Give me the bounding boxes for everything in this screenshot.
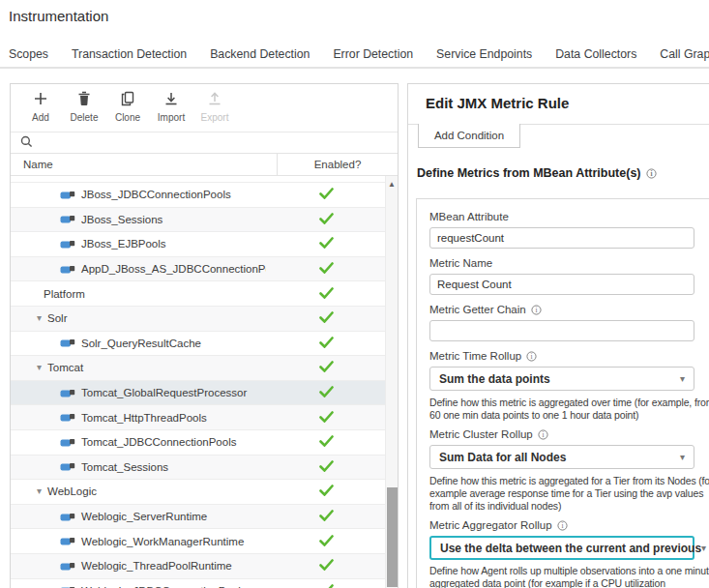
- enabled-check-icon: [319, 483, 334, 500]
- enabled-check-icon: [319, 458, 334, 476]
- metric-time-rollup-select[interactable]: Sum the data points ▾: [429, 367, 694, 391]
- jmx-rule-icon: [60, 388, 75, 398]
- jmx-rule-icon: [60, 264, 75, 275]
- metric-cluster-rollup-select[interactable]: Sum Data for all Nodes ▾: [429, 445, 694, 469]
- jmx-rule-icon: [60, 536, 75, 546]
- metric-getter-chain-input[interactable]: [429, 320, 694, 341]
- rule-name-label: Weblogic_ServerRuntime: [81, 511, 207, 522]
- rules-search-bar: [11, 132, 398, 154]
- list-item[interactable]: Tomcat_GlobalRequestProcessor: [11, 381, 386, 406]
- info-icon[interactable]: i: [538, 429, 548, 440]
- list-item[interactable]: Weblogic_JDBCConnectionPools: [11, 579, 386, 588]
- list-item[interactable]: Tomcat_Sessions: [11, 456, 386, 481]
- enabled-column-header[interactable]: Enabled?: [278, 159, 398, 170]
- trash-icon: [76, 91, 92, 110]
- metric-cluster-rollup-label: Metric Cluster Rollup i: [429, 428, 709, 440]
- tree-expand-caret-icon[interactable]: ▾: [37, 486, 42, 496]
- rules-list: JBoss_JDBCConnectionPools JBoss_Sessions: [11, 176, 386, 588]
- enabled-check-icon: [319, 285, 334, 303]
- rules-panel: Add Delete Clone Import: [10, 83, 399, 588]
- rule-name-label: Tomcat_HttpThreadPools: [81, 412, 207, 424]
- list-item[interactable]: Solr_QueryResultCache: [11, 332, 386, 357]
- metric-name-input[interactable]: [429, 274, 694, 295]
- export-button[interactable]: Export: [197, 91, 232, 123]
- clone-icon: [120, 91, 135, 110]
- list-item[interactable]: ▾ WebLogic: [11, 480, 386, 505]
- rule-name-label: JBoss_EJBPools: [81, 238, 166, 250]
- instrumentation-page: Instrumentation Scopes Transaction Detec…: [0, 0, 709, 588]
- list-item[interactable]: Weblogic_ThreadPoolRuntime: [11, 554, 386, 579]
- rule-name-label: JBoss_Sessions: [81, 214, 162, 225]
- svg-text:i: i: [561, 520, 563, 529]
- jmx-rule-icon: [60, 561, 75, 572]
- delete-button[interactable]: Delete: [67, 91, 102, 123]
- info-icon[interactable]: i: [646, 168, 657, 179]
- tree-expand-caret-icon[interactable]: ▾: [37, 363, 42, 372]
- list-item[interactable]: Tomcat_HttpThreadPools: [11, 405, 386, 430]
- mbean-attribute-input[interactable]: [429, 227, 694, 249]
- add-button[interactable]: Add: [23, 91, 58, 123]
- page-title: Instrumentation: [9, 8, 108, 24]
- metric-aggregator-rollup-label: Metric Aggregator Rollup i: [429, 519, 709, 531]
- info-icon[interactable]: i: [531, 305, 542, 315]
- jmx-rule-icon: [60, 190, 75, 200]
- info-icon[interactable]: i: [526, 351, 537, 362]
- scroll-up-arrow[interactable]: ▲: [386, 176, 398, 189]
- jmx-rule-icon: [60, 437, 75, 448]
- metric-time-rollup-value: Sum the data points: [439, 372, 550, 386]
- rule-name-label: Tomcat_Sessions: [81, 461, 168, 473]
- list-item[interactable]: AppD_JBoss_AS_JDBCConnectionPools: [11, 257, 386, 282]
- jmx-rule-icon: [60, 461, 75, 472]
- enabled-check-icon: [319, 508, 334, 525]
- tab-backend-detection[interactable]: Backend Detection: [210, 47, 310, 61]
- add-condition-button[interactable]: Add Condition: [418, 124, 520, 148]
- metric-time-rollup-description: Define how this metric is aggregated ove…: [429, 397, 709, 422]
- enabled-check-icon: [319, 582, 334, 588]
- tab-error-detection[interactable]: Error Detection: [333, 47, 413, 61]
- list-item[interactable]: Weblogic_WorkManagerRuntime: [11, 529, 386, 554]
- metric-aggregator-rollup-value: Use the delta between the current and pr…: [440, 542, 701, 555]
- jmx-rule-icon: [60, 338, 75, 348]
- metric-time-rollup-label: Metric Time Rollup i: [429, 350, 709, 362]
- list-item[interactable]: JBoss_EJBPools: [11, 232, 386, 257]
- metric-name-label: Metric Name: [429, 257, 709, 269]
- svg-text:i: i: [535, 305, 537, 313]
- rule-name-label: Platform: [44, 288, 85, 300]
- list-item[interactable]: ▾ Tomcat: [11, 356, 386, 381]
- tab-call-graph-settings[interactable]: Call Graph Settings: [660, 47, 709, 61]
- tab-transaction-detection[interactable]: Transaction Detection: [72, 47, 187, 61]
- tab-data-collectors[interactable]: Data Collectors: [555, 47, 636, 61]
- tab-service-endpoints[interactable]: Service Endpoints: [436, 47, 532, 61]
- import-button[interactable]: Import: [154, 91, 189, 123]
- name-column-header[interactable]: Name: [11, 154, 278, 175]
- edit-rule-title: Edit JMX Metric Rule: [426, 95, 569, 111]
- list-item[interactable]: Tomcat_JDBCConnectionPools: [11, 430, 386, 456]
- list-item[interactable]: ▾ Solr: [11, 307, 386, 332]
- metric-aggregator-rollup-select[interactable]: Use the delta between the current and pr…: [429, 536, 694, 560]
- search-input[interactable]: [33, 134, 398, 152]
- metric-getter-chain-label: Metric Getter Chain i: [429, 304, 709, 315]
- list-item[interactable]: JBoss_Sessions: [11, 208, 386, 233]
- enabled-check-icon: [319, 533, 334, 550]
- list-scrollbar[interactable]: ▲: [385, 176, 398, 588]
- edit-rule-panel: Edit JMX Metric Rule Add Condition Defin…: [408, 84, 709, 588]
- tab-scopes[interactable]: Scopes: [9, 47, 48, 61]
- tab-bar: Scopes Transaction Detection Backend Det…: [9, 47, 709, 61]
- tree-expand-caret-icon[interactable]: ▾: [37, 313, 42, 323]
- rule-name-label: Solr_QueryResultCache: [81, 338, 201, 349]
- list-item[interactable]: Platform: [11, 281, 386, 307]
- enabled-check-icon: [319, 433, 334, 451]
- enabled-check-icon: [319, 309, 334, 327]
- enabled-check-icon: [319, 335, 334, 352]
- info-icon[interactable]: i: [557, 520, 568, 531]
- chevron-down-icon: ▾: [680, 452, 685, 462]
- scrollbar-thumb[interactable]: [387, 487, 398, 587]
- clone-button[interactable]: Clone: [110, 91, 145, 123]
- list-item[interactable]: Weblogic_ServerRuntime: [11, 505, 386, 530]
- jmx-rule-icon: [60, 214, 75, 224]
- list-item[interactable]: JBoss_JDBCConnectionPools: [11, 183, 386, 208]
- import-icon: [163, 91, 179, 110]
- rules-toolbar: Add Delete Clone Import: [11, 84, 398, 132]
- metric-aggregator-rollup-description: Define how Agent rolls up multiple obser…: [429, 565, 709, 588]
- enabled-check-icon: [319, 557, 334, 574]
